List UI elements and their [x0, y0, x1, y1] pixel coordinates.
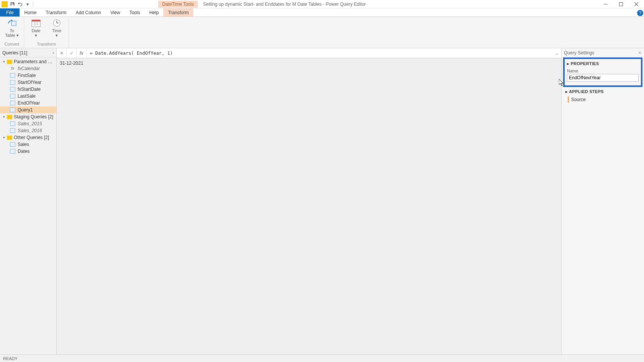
main-layout: Queries [11] ‹ ▾Parameters and Fu…fxfxCa…: [0, 48, 644, 354]
queries-folder[interactable]: ▾Other Queries [2]: [0, 134, 56, 141]
data-area: ✕ ✓ fx ⌄ 31-12-2021: [57, 48, 561, 354]
formula-cancel-icon[interactable]: ✕: [57, 49, 67, 58]
status-text: READY: [3, 356, 18, 361]
folder-label: Staging Queries [2]: [14, 114, 55, 120]
maximize-button[interactable]: [613, 0, 629, 8]
app-icon: [2, 1, 8, 7]
tab-file[interactable]: File: [0, 8, 20, 16]
query-item-label: EndOfYear: [18, 100, 40, 106]
applied-steps-list: Source: [562, 96, 644, 103]
to-table-icon: [7, 18, 17, 28]
queries-panel-title: Queries [11]: [2, 50, 27, 56]
table-icon: [10, 128, 15, 133]
applied-step[interactable]: Source: [565, 96, 641, 103]
scalar-result: 31-12-2021: [60, 61, 558, 66]
tab-context-transform[interactable]: Transform: [163, 8, 193, 16]
to-table-label: To Table ▾: [5, 28, 18, 38]
query-item[interactable]: Sales_2015: [0, 120, 56, 127]
to-table-button[interactable]: To Table ▾: [4, 18, 20, 38]
folder-label: Other Queries [2]: [14, 135, 55, 140]
query-item[interactable]: Query1: [0, 106, 56, 113]
folder-icon: [7, 60, 12, 64]
settings-panel-header: Query Settings ✕: [562, 48, 644, 57]
group-label-convert: Convert: [5, 42, 20, 46]
query-item[interactable]: EndOfYear: [0, 100, 56, 106]
table-icon: [10, 87, 15, 92]
fx-icon: fx: [10, 66, 15, 71]
table-icon: [10, 101, 15, 105]
tab-add-column[interactable]: Add Column: [71, 8, 106, 16]
query-item-label: Query1: [18, 107, 33, 113]
queries-folder[interactable]: ▾Staging Queries [2]: [0, 113, 56, 120]
help-badge[interactable]: ?: [637, 10, 643, 16]
query-item[interactable]: Sales: [0, 141, 56, 148]
queries-tree: ▾Parameters and Fu…fxfxCalendarFirstSale…: [0, 57, 56, 156]
table-icon: [10, 73, 15, 78]
qat-dropdown-icon[interactable]: ▾: [25, 1, 31, 7]
query-item[interactable]: fxStartDate: [0, 86, 56, 93]
folder-label: Parameters and Fu…: [14, 59, 55, 64]
formula-bar: ✕ ✓ fx ⌄: [57, 48, 561, 58]
formula-expand-icon[interactable]: ⌄: [553, 51, 561, 56]
query-item-label: Sales: [18, 142, 29, 147]
query-item[interactable]: LastSale: [0, 93, 56, 100]
window-title: Setting up dynamic Start- and Enddates f…: [203, 2, 598, 7]
table-icon: [10, 142, 15, 147]
tab-transform[interactable]: Transform: [41, 8, 71, 16]
date-button[interactable]: Date ▾: [28, 18, 44, 38]
table-icon: [10, 94, 15, 98]
status-bar: READY: [0, 354, 644, 362]
folder-icon: [7, 136, 12, 140]
contextual-tab-label: DateTime Tools: [158, 1, 198, 8]
tab-view[interactable]: View: [106, 8, 125, 16]
svg-rect-6: [32, 20, 40, 21]
query-item[interactable]: fxfxCalendar: [0, 65, 56, 72]
calendar-icon: [31, 18, 41, 28]
query-item-label: Sales_2016: [18, 128, 42, 133]
queries-panel: Queries [11] ‹ ▾Parameters and Fu…fxfxCa…: [0, 48, 57, 354]
query-item[interactable]: Sales_2016: [0, 127, 56, 134]
query-item-label: fxStartDate: [18, 87, 41, 92]
queries-panel-header: Queries [11] ‹: [0, 48, 56, 57]
query-item-label: FirstSale: [18, 73, 36, 78]
date-label: Date ▾: [31, 28, 40, 38]
save-icon[interactable]: [9, 1, 15, 7]
query-name-input[interactable]: [567, 74, 639, 82]
query-item[interactable]: FirstSale: [0, 72, 56, 79]
tab-help[interactable]: Help: [145, 8, 163, 16]
query-item[interactable]: Dates: [0, 148, 56, 155]
folder-caret-icon: ▾: [3, 136, 7, 139]
query-item[interactable]: StartOfYear: [0, 79, 56, 86]
time-button[interactable]: Time ▾: [49, 18, 65, 38]
query-item-label: fxCalendar: [18, 66, 40, 71]
group-label-transform: Transform: [37, 42, 56, 46]
applied-steps-head: ▸ APPLIED STEPS: [562, 87, 644, 96]
properties-head: ▸ PROPERTIES: [567, 61, 639, 66]
formula-accept-icon[interactable]: ✓: [67, 49, 77, 58]
table-icon: [10, 108, 15, 112]
folder-caret-icon: ▾: [3, 60, 7, 64]
svg-rect-4: [12, 21, 16, 26]
folder-caret-icon: ▾: [3, 115, 7, 119]
table-icon: [10, 121, 15, 126]
ribbon-tabs: File Home Transform Add Column View Tool…: [0, 8, 644, 17]
settings-panel-title: Query Settings: [564, 50, 594, 56]
properties-highlight: ▸ PROPERTIES Name: [563, 57, 642, 87]
undo-icon[interactable]: [17, 1, 23, 7]
minimize-button[interactable]: [598, 0, 613, 8]
query-item-label: StartOfYear: [18, 80, 41, 85]
clock-icon: [51, 18, 62, 28]
time-label: Time ▾: [52, 28, 61, 38]
step-indicator: [568, 97, 569, 103]
qat-separator: [33, 2, 33, 7]
data-content: 31-12-2021: [57, 58, 561, 354]
queries-folder[interactable]: ▾Parameters and Fu…: [0, 58, 56, 65]
formula-fx-icon[interactable]: fx: [77, 49, 87, 58]
close-button[interactable]: [629, 0, 644, 8]
tab-tools[interactable]: Tools: [125, 8, 145, 16]
collapse-queries-icon[interactable]: ‹: [53, 50, 54, 56]
formula-input[interactable]: [87, 51, 553, 56]
table-icon: [10, 80, 15, 85]
close-settings-icon[interactable]: ✕: [638, 50, 642, 56]
tab-home[interactable]: Home: [20, 8, 41, 16]
